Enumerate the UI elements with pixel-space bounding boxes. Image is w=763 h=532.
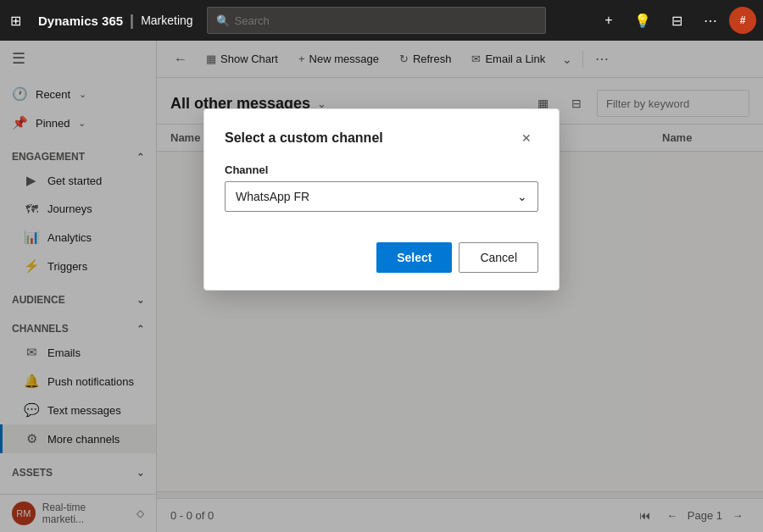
nav-divider: |: [130, 12, 134, 30]
top-navigation: ⊞ Dynamics 365 | Marketing 🔍 + 💡 ⊟ ⋯ #: [0, 0, 763, 41]
modal-body: Channel WhatsApp FR ⌄: [204, 160, 559, 229]
select-button[interactable]: Select: [376, 242, 452, 273]
nav-right-actions: + 💡 ⊟ ⋯ #: [593, 5, 756, 36]
modal-title: Select a custom channel: [225, 130, 383, 146]
channel-select[interactable]: WhatsApp FR ⌄: [225, 181, 538, 212]
channel-value: WhatsApp FR: [236, 190, 309, 203]
search-icon: 🔍: [216, 14, 230, 27]
search-bar[interactable]: 🔍: [207, 7, 546, 34]
grid-icon[interactable]: ⊞: [7, 9, 25, 32]
modal-footer: Select Cancel: [204, 229, 559, 290]
search-input[interactable]: [235, 14, 537, 27]
brand-logo: Dynamics 365 | Marketing: [31, 12, 200, 30]
modal-close-button[interactable]: ✕: [515, 126, 538, 150]
brand-name: Dynamics 365: [38, 14, 123, 28]
channel-field-label: Channel: [225, 163, 538, 176]
channel-chevron: ⌄: [517, 190, 527, 203]
more-nav-button[interactable]: ⋯: [695, 5, 726, 36]
avatar[interactable]: #: [729, 7, 756, 34]
filter-nav-icon[interactable]: ⊟: [661, 5, 692, 36]
modal-dialog: Select a custom channel ✕ Channel WhatsA…: [203, 108, 560, 291]
modal-header: Select a custom channel ✕: [204, 109, 559, 160]
add-button[interactable]: +: [593, 5, 624, 36]
cancel-button[interactable]: Cancel: [459, 242, 538, 273]
modal-overlay: Select a custom channel ✕ Channel WhatsA…: [0, 41, 763, 532]
app-name: Marketing: [141, 14, 192, 27]
lightbulb-icon[interactable]: 💡: [627, 5, 658, 36]
